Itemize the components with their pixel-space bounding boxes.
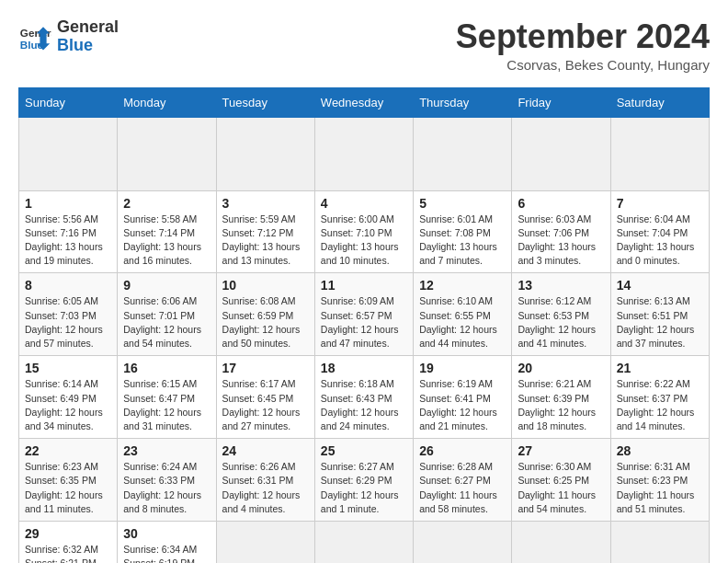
day-info: Sunrise: 6:15 AM Sunset: 6:47 PM Dayligh… bbox=[123, 377, 210, 433]
day-number: 26 bbox=[419, 443, 506, 458]
calendar-day-cell: 9Sunrise: 6:06 AM Sunset: 7:01 PM Daylig… bbox=[118, 273, 216, 356]
day-number: 23 bbox=[123, 443, 210, 458]
day-number: 22 bbox=[25, 443, 111, 458]
calendar-day-cell bbox=[216, 117, 314, 190]
day-info: Sunrise: 6:14 AM Sunset: 6:49 PM Dayligh… bbox=[25, 377, 111, 433]
day-number: 28 bbox=[617, 443, 703, 458]
day-number: 18 bbox=[321, 361, 407, 375]
calendar-day-cell bbox=[19, 117, 118, 190]
calendar-day-cell bbox=[512, 117, 610, 190]
day-number: 11 bbox=[321, 278, 407, 293]
day-number: 10 bbox=[222, 278, 309, 293]
day-info: Sunrise: 6:10 AM Sunset: 6:55 PM Dayligh… bbox=[419, 294, 506, 350]
day-number: 15 bbox=[25, 361, 111, 375]
calendar-day-cell: 3Sunrise: 5:59 AM Sunset: 7:12 PM Daylig… bbox=[216, 190, 314, 273]
calendar-day-cell: 11Sunrise: 6:09 AM Sunset: 6:57 PM Dayli… bbox=[314, 273, 413, 356]
calendar-day-cell bbox=[512, 522, 610, 563]
day-number: 19 bbox=[419, 361, 506, 375]
day-info: Sunrise: 6:00 AM Sunset: 7:10 PM Dayligh… bbox=[321, 213, 407, 269]
day-number: 9 bbox=[123, 278, 210, 293]
calendar-week-row: 29Sunrise: 6:32 AM Sunset: 6:21 PM Dayli… bbox=[19, 522, 710, 563]
day-number: 4 bbox=[321, 196, 407, 211]
day-info: Sunrise: 6:01 AM Sunset: 7:08 PM Dayligh… bbox=[419, 213, 506, 269]
day-info: Sunrise: 5:59 AM Sunset: 7:12 PM Dayligh… bbox=[222, 213, 309, 269]
weekday-header-cell: Saturday bbox=[610, 87, 709, 117]
weekday-header-cell: Thursday bbox=[414, 87, 512, 117]
calendar-day-cell: 18Sunrise: 6:18 AM Sunset: 6:43 PM Dayli… bbox=[314, 356, 413, 439]
calendar-week-row: 1Sunrise: 5:56 AM Sunset: 7:16 PM Daylig… bbox=[19, 190, 710, 273]
day-info: Sunrise: 6:12 AM Sunset: 6:53 PM Dayligh… bbox=[518, 294, 604, 350]
calendar-day-cell: 7Sunrise: 6:04 AM Sunset: 7:04 PM Daylig… bbox=[610, 190, 709, 273]
day-info: Sunrise: 6:09 AM Sunset: 6:57 PM Dayligh… bbox=[321, 294, 407, 350]
calendar-day-cell: 14Sunrise: 6:13 AM Sunset: 6:51 PM Dayli… bbox=[610, 273, 709, 356]
calendar-day-cell: 19Sunrise: 6:19 AM Sunset: 6:41 PM Dayli… bbox=[414, 356, 512, 439]
day-number: 25 bbox=[321, 443, 407, 458]
day-number: 14 bbox=[617, 278, 703, 293]
calendar-day-cell: 4Sunrise: 6:00 AM Sunset: 7:10 PM Daylig… bbox=[314, 190, 413, 273]
day-info: Sunrise: 6:04 AM Sunset: 7:04 PM Dayligh… bbox=[617, 213, 703, 269]
day-number: 7 bbox=[617, 196, 703, 211]
calendar-day-cell: 2Sunrise: 5:58 AM Sunset: 7:14 PM Daylig… bbox=[118, 190, 216, 273]
day-info: Sunrise: 6:24 AM Sunset: 6:33 PM Dayligh… bbox=[123, 460, 210, 516]
calendar-day-cell: 29Sunrise: 6:32 AM Sunset: 6:21 PM Dayli… bbox=[19, 522, 118, 563]
day-info: Sunrise: 6:17 AM Sunset: 6:45 PM Dayligh… bbox=[222, 377, 309, 433]
page-header: General Blue General Blue September 2024… bbox=[18, 18, 710, 73]
day-number: 13 bbox=[518, 278, 604, 293]
month-title: September 2024 bbox=[456, 18, 710, 55]
day-info: Sunrise: 6:32 AM Sunset: 6:21 PM Dayligh… bbox=[25, 543, 111, 563]
weekday-header-cell: Tuesday bbox=[216, 87, 314, 117]
weekday-header-row: SundayMondayTuesdayWednesdayThursdayFrid… bbox=[19, 87, 710, 117]
day-info: Sunrise: 6:26 AM Sunset: 6:31 PM Dayligh… bbox=[222, 460, 309, 516]
day-number: 16 bbox=[123, 361, 210, 375]
calendar-day-cell: 28Sunrise: 6:31 AM Sunset: 6:23 PM Dayli… bbox=[610, 439, 709, 522]
logo: General Blue General Blue bbox=[18, 18, 119, 55]
day-number: 2 bbox=[123, 196, 210, 211]
calendar-day-cell: 20Sunrise: 6:21 AM Sunset: 6:39 PM Dayli… bbox=[512, 356, 610, 439]
title-area: September 2024 Csorvas, Bekes County, Hu… bbox=[456, 18, 710, 73]
calendar-day-cell bbox=[118, 117, 216, 190]
day-info: Sunrise: 6:23 AM Sunset: 6:35 PM Dayligh… bbox=[25, 460, 111, 516]
calendar-day-cell: 26Sunrise: 6:28 AM Sunset: 6:27 PM Dayli… bbox=[414, 439, 512, 522]
day-number: 6 bbox=[518, 196, 604, 211]
day-info: Sunrise: 6:05 AM Sunset: 7:03 PM Dayligh… bbox=[25, 294, 111, 350]
calendar-day-cell: 16Sunrise: 6:15 AM Sunset: 6:47 PM Dayli… bbox=[118, 356, 216, 439]
day-info: Sunrise: 6:18 AM Sunset: 6:43 PM Dayligh… bbox=[321, 377, 407, 433]
day-number: 12 bbox=[419, 278, 506, 293]
day-info: Sunrise: 6:21 AM Sunset: 6:39 PM Dayligh… bbox=[518, 377, 604, 433]
day-number: 30 bbox=[123, 526, 210, 541]
calendar-week-row: 8Sunrise: 6:05 AM Sunset: 7:03 PM Daylig… bbox=[19, 273, 710, 356]
calendar-day-cell: 10Sunrise: 6:08 AM Sunset: 6:59 PM Dayli… bbox=[216, 273, 314, 356]
calendar-day-cell: 8Sunrise: 6:05 AM Sunset: 7:03 PM Daylig… bbox=[19, 273, 118, 356]
day-info: Sunrise: 6:22 AM Sunset: 6:37 PM Dayligh… bbox=[617, 377, 703, 433]
calendar-day-cell bbox=[314, 117, 413, 190]
calendar-day-cell bbox=[414, 522, 512, 563]
day-number: 21 bbox=[617, 361, 703, 375]
calendar-day-cell: 17Sunrise: 6:17 AM Sunset: 6:45 PM Dayli… bbox=[216, 356, 314, 439]
weekday-header-cell: Wednesday bbox=[314, 87, 413, 117]
day-info: Sunrise: 6:08 AM Sunset: 6:59 PM Dayligh… bbox=[222, 294, 309, 350]
calendar-day-cell bbox=[610, 522, 709, 563]
day-info: Sunrise: 6:06 AM Sunset: 7:01 PM Dayligh… bbox=[123, 294, 210, 350]
location: Csorvas, Bekes County, Hungary bbox=[456, 57, 710, 73]
calendar-day-cell: 24Sunrise: 6:26 AM Sunset: 6:31 PM Dayli… bbox=[216, 439, 314, 522]
day-number: 24 bbox=[222, 443, 309, 458]
day-info: Sunrise: 5:56 AM Sunset: 7:16 PM Dayligh… bbox=[25, 213, 111, 269]
day-number: 3 bbox=[222, 196, 309, 211]
day-info: Sunrise: 6:31 AM Sunset: 6:23 PM Dayligh… bbox=[617, 460, 703, 516]
day-info: Sunrise: 6:27 AM Sunset: 6:29 PM Dayligh… bbox=[321, 460, 407, 516]
calendar-table: SundayMondayTuesdayWednesdayThursdayFrid… bbox=[18, 87, 710, 563]
calendar-day-cell: 21Sunrise: 6:22 AM Sunset: 6:37 PM Dayli… bbox=[610, 356, 709, 439]
weekday-header-cell: Friday bbox=[512, 87, 610, 117]
day-info: Sunrise: 6:34 AM Sunset: 6:19 PM Dayligh… bbox=[123, 543, 210, 563]
calendar-day-cell: 12Sunrise: 6:10 AM Sunset: 6:55 PM Dayli… bbox=[414, 273, 512, 356]
day-info: Sunrise: 5:58 AM Sunset: 7:14 PM Dayligh… bbox=[123, 213, 210, 269]
weekday-header-cell: Sunday bbox=[19, 87, 118, 117]
calendar-body: 1Sunrise: 5:56 AM Sunset: 7:16 PM Daylig… bbox=[19, 117, 710, 563]
day-number: 27 bbox=[518, 443, 604, 458]
calendar-day-cell: 23Sunrise: 6:24 AM Sunset: 6:33 PM Dayli… bbox=[118, 439, 216, 522]
calendar-day-cell: 13Sunrise: 6:12 AM Sunset: 6:53 PM Dayli… bbox=[512, 273, 610, 356]
day-info: Sunrise: 6:28 AM Sunset: 6:27 PM Dayligh… bbox=[419, 460, 506, 516]
calendar-day-cell bbox=[414, 117, 512, 190]
day-number: 20 bbox=[518, 361, 604, 375]
calendar-day-cell: 27Sunrise: 6:30 AM Sunset: 6:25 PM Dayli… bbox=[512, 439, 610, 522]
